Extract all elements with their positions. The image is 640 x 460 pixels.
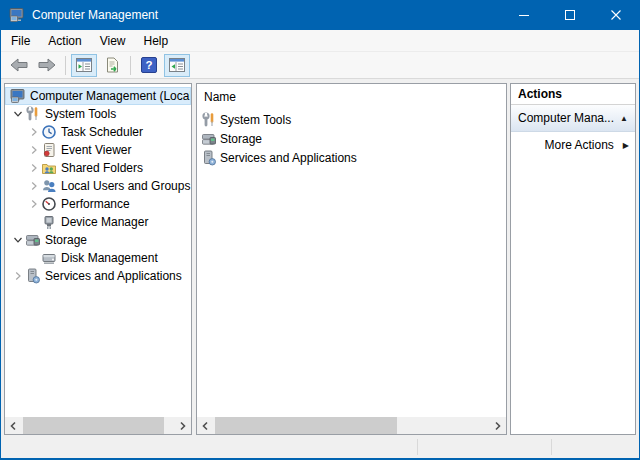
tree-item-system-tools[interactable]: System Tools: [5, 105, 191, 123]
more-actions-submenu-icon: ▶: [623, 141, 629, 150]
list-item-label: Services and Applications: [220, 151, 357, 165]
chevron-collapsed-icon[interactable]: [27, 197, 41, 211]
minimize-icon: [519, 10, 529, 20]
tree-item-shared-folders[interactable]: Shared Folders: [5, 159, 191, 177]
console-tree-icon: [76, 58, 92, 72]
tree-horizontal-scrollbar[interactable]: [5, 417, 191, 434]
chevron-expanded-icon[interactable]: [11, 107, 25, 121]
menu-file[interactable]: File: [2, 30, 39, 52]
local-users-and-groups-icon: [41, 178, 57, 194]
scrollbar-thumb[interactable]: [215, 417, 397, 434]
export-list-icon: [105, 57, 120, 73]
actions-pane: Actions Computer Mana... ▲ More Actions …: [510, 83, 636, 435]
chevron-none: [27, 251, 41, 265]
scroll-left-button[interactable]: [5, 417, 22, 434]
scroll-right-icon: [493, 421, 502, 431]
maximize-icon: [565, 10, 575, 20]
tree-item-label: Device Manager: [61, 215, 148, 229]
storage-icon: [201, 131, 217, 147]
scrollbar-thumb[interactable]: [23, 417, 164, 434]
help-button[interactable]: ?: [136, 54, 162, 77]
disk-management-icon: [41, 250, 57, 266]
storage-icon: [25, 232, 41, 248]
window-title: Computer Management: [32, 8, 158, 22]
tree-item-performance[interactable]: Performance: [5, 195, 191, 213]
tree-item-label: Local Users and Groups: [61, 179, 190, 193]
back-arrow-icon: [9, 57, 29, 73]
more-actions-item[interactable]: More Actions ▶: [511, 132, 635, 158]
list-item-system-tools[interactable]: System Tools: [197, 110, 506, 129]
maximize-button[interactable]: [547, 0, 593, 30]
show-console-tree-button[interactable]: [71, 54, 97, 77]
tree-item-label: Event Viewer: [61, 143, 131, 157]
scrollbar-track[interactable]: [214, 417, 489, 434]
tree-item-storage[interactable]: Storage: [5, 231, 191, 249]
export-list-button[interactable]: [99, 54, 125, 77]
tree-item-label: Storage: [45, 233, 87, 247]
chevron-collapsed-icon[interactable]: [27, 179, 41, 193]
computer-management-app-icon: [9, 7, 25, 23]
tree-item-services-and-applications[interactable]: Services and Applications: [5, 267, 191, 285]
scroll-right-button[interactable]: [489, 417, 506, 434]
toolbar-separator: [130, 56, 131, 75]
system-tools-icon: [25, 106, 41, 122]
statusbar: [1, 436, 639, 458]
scroll-left-icon: [201, 421, 210, 431]
titlebar[interactable]: Computer Management: [1, 0, 639, 30]
close-icon: [611, 10, 621, 20]
scroll-left-icon: [9, 421, 18, 431]
tree-item-device-manager[interactable]: Device Manager: [5, 213, 191, 231]
svg-text:?: ?: [145, 59, 152, 71]
toolbar: ?: [1, 52, 639, 79]
actions-group-computer-management[interactable]: Computer Mana... ▲: [511, 105, 635, 132]
chevron-collapsed-icon[interactable]: [27, 125, 41, 139]
list-item-label: Storage: [220, 132, 262, 146]
services-and-applications-icon: [201, 150, 217, 166]
console-tree-pane: Computer Management (Local) System Tools: [4, 83, 192, 435]
collapse-group-icon[interactable]: ▲: [620, 114, 628, 123]
forward-arrow-icon: [37, 57, 57, 73]
help-icon: ?: [141, 57, 157, 73]
close-button[interactable]: [593, 0, 639, 30]
tree-item-local-users-and-groups[interactable]: Local Users and Groups: [5, 177, 191, 195]
toolbar-separator: [65, 56, 66, 75]
computer-management-window: Computer Management File Action View Hel…: [0, 0, 640, 460]
system-tools-icon: [201, 112, 217, 128]
scroll-right-icon: [178, 421, 187, 431]
performance-icon: [41, 196, 57, 212]
tree-item-computer-management[interactable]: Computer Management (Local): [5, 87, 191, 105]
tree-item-label: Disk Management: [61, 251, 158, 265]
show-action-pane-button[interactable]: [164, 54, 190, 77]
scroll-left-button[interactable]: [197, 417, 214, 434]
tree-item-label: Services and Applications: [45, 269, 182, 283]
scroll-right-button[interactable]: [174, 417, 191, 434]
statusbar-divider: [551, 439, 552, 455]
tree-item-event-viewer[interactable]: Event Viewer: [5, 141, 191, 159]
chevron-collapsed-icon[interactable]: [27, 161, 41, 175]
menu-view[interactable]: View: [91, 30, 135, 52]
menubar: File Action View Help: [1, 30, 639, 52]
menu-help[interactable]: Help: [135, 30, 178, 52]
tree-item-task-scheduler[interactable]: Task Scheduler: [5, 123, 191, 141]
tree-item-label: Performance: [61, 197, 130, 211]
name-column-header[interactable]: Name: [197, 84, 506, 110]
forward-button[interactable]: [34, 54, 60, 77]
chevron-collapsed-icon[interactable]: [11, 269, 25, 283]
minimize-button[interactable]: [501, 0, 547, 30]
list-item-services-and-applications[interactable]: Services and Applications: [197, 148, 506, 167]
main-area: Computer Management (Local) System Tools: [1, 79, 639, 436]
back-button[interactable]: [6, 54, 32, 77]
tree-item-label: System Tools: [45, 107, 116, 121]
tree-item-label: Shared Folders: [61, 161, 143, 175]
task-scheduler-icon: [41, 124, 57, 140]
tree-item-disk-management[interactable]: Disk Management: [5, 249, 191, 267]
more-actions-label: More Actions: [544, 138, 613, 152]
scrollbar-track[interactable]: [22, 417, 174, 434]
menu-action[interactable]: Action: [39, 30, 90, 52]
services-and-applications-icon: [25, 268, 41, 284]
list-horizontal-scrollbar[interactable]: [197, 417, 506, 434]
actions-group-label: Computer Mana...: [518, 111, 614, 125]
list-item-storage[interactable]: Storage: [197, 129, 506, 148]
chevron-expanded-icon[interactable]: [11, 233, 25, 247]
chevron-collapsed-icon[interactable]: [27, 143, 41, 157]
